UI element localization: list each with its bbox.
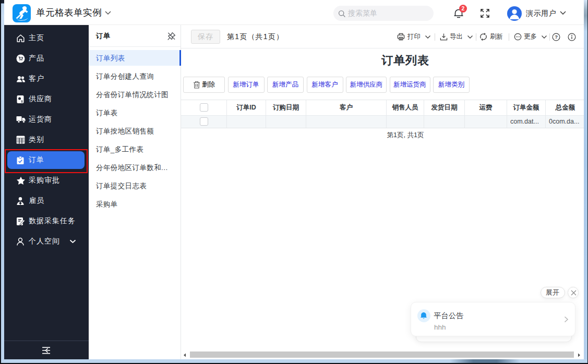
svg-text:?: ? (555, 34, 558, 40)
